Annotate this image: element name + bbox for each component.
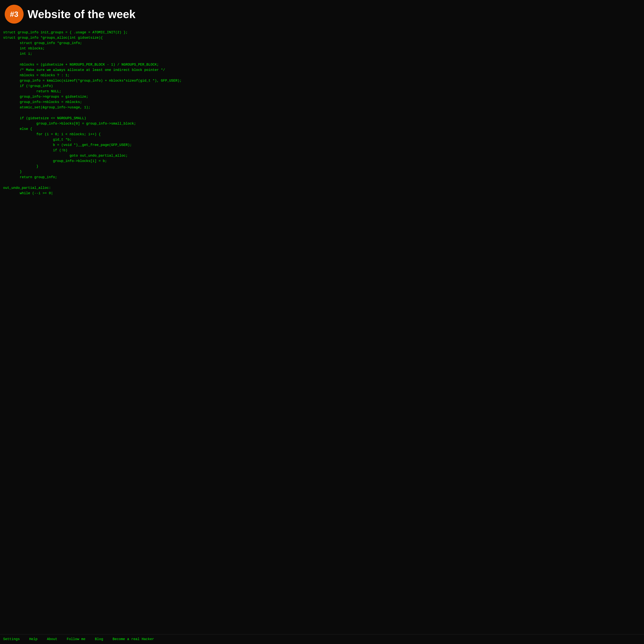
follow-me-link[interactable]: Follow me	[67, 637, 85, 641]
badge-label: #3	[10, 10, 18, 19]
header: #3 Website of the week	[0, 0, 644, 27]
footer: SettingsHelpAboutFollow meBlogBecome a r…	[0, 634, 644, 644]
site-title: Website of the week	[28, 8, 136, 20]
help-link[interactable]: Help	[29, 637, 38, 641]
blog-link[interactable]: Blog	[95, 637, 103, 641]
about-link[interactable]: About	[47, 637, 57, 641]
hacker-link[interactable]: Become a real Hacker	[113, 637, 154, 641]
code-block: struct group_info init_groups = { .usage…	[0, 27, 644, 634]
badge: #3	[5, 5, 24, 24]
settings-link[interactable]: Settings	[3, 637, 20, 641]
